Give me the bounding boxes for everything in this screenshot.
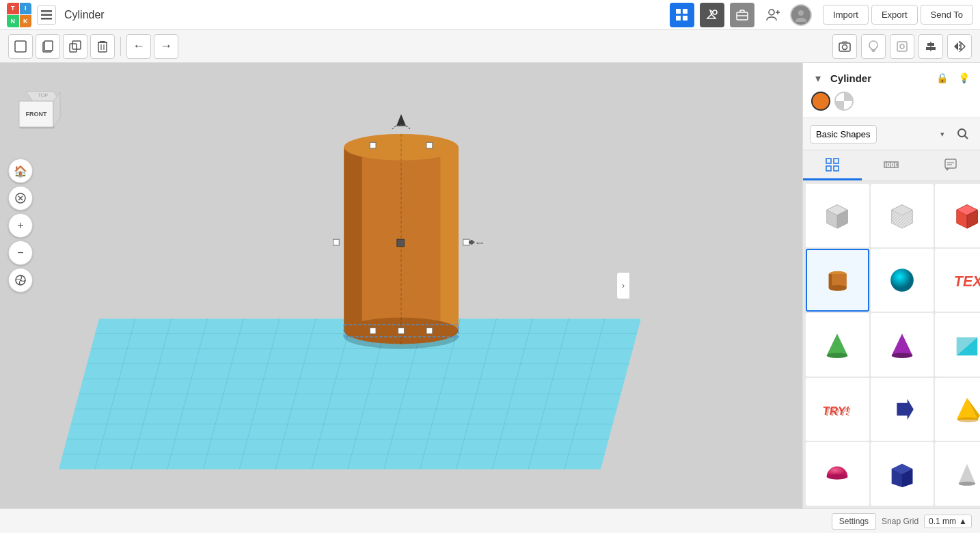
svg-text:TRY!: TRY! [824, 406, 851, 419]
svg-rect-16 [44, 41, 53, 51]
export-button[interactable]: Export [871, 5, 918, 25]
svg-rect-2 [41, 18, 52, 20]
tab-measure[interactable] [862, 150, 921, 180]
nav-actions: Import Export Send To [823, 5, 973, 25]
shape-header: ▾ Cylinder 🔒 💡 [811, 70, 972, 86]
main-area: TOP FRONT 🏠 + − [0, 63, 980, 508]
duplicate-button[interactable] [63, 34, 87, 59]
add-person-button[interactable] [760, 3, 785, 27]
copy-button[interactable] [36, 34, 60, 59]
snap-grid-value[interactable]: 0.1 mm ▲ [924, 515, 972, 528]
import-button[interactable]: Import [823, 5, 869, 25]
library-tabs [803, 150, 980, 181]
shape-box-hole[interactable] [871, 184, 934, 247]
right-panel: ▾ Cylinder 🔒 💡 Basic Shapes [802, 63, 980, 508]
svg-point-138 [958, 481, 975, 485]
undo-button[interactable]: ← [126, 34, 151, 59]
shape-dropdown-button[interactable]: ▾ [811, 71, 825, 85]
library-category-select[interactable]: Basic Shapes [810, 125, 877, 144]
svg-marker-33 [954, 42, 958, 51]
svg-rect-90 [826, 159, 831, 163]
shape-cone-green[interactable] [806, 313, 869, 377]
search-shapes-button[interactable] [953, 124, 973, 144]
redo-button[interactable]: → [154, 34, 178, 59]
shape-arrow[interactable] [871, 378, 934, 441]
user-avatar[interactable] [790, 4, 812, 26]
logo-i: I [20, 3, 32, 15]
home-view-button[interactable]: 🏠 [8, 159, 33, 183]
shape-wedge[interactable] [935, 313, 980, 377]
logo-n: N [7, 15, 19, 27]
svg-rect-5 [676, 16, 681, 20]
svg-text:⟺: ⟺ [476, 241, 483, 245]
tinkercad-logo[interactable]: T I N K [7, 3, 31, 27]
svg-rect-0 [41, 10, 52, 12]
shape-grid: TEXT [803, 181, 980, 508]
shape-visibility-button[interactable]: 💡 [955, 70, 972, 86]
list-view-icon[interactable] [37, 5, 56, 25]
shape-cylinder[interactable] [806, 249, 869, 312]
svg-point-119 [890, 269, 914, 292]
svg-marker-102 [945, 168, 949, 171]
svg-rect-19 [98, 42, 107, 52]
canvas-area[interactable]: TOP FRONT 🏠 + − [0, 63, 802, 508]
light-bulb-button[interactable] [861, 34, 886, 59]
shape-text-3d[interactable]: TRY! TRY! [806, 378, 869, 441]
right-tools [832, 34, 972, 59]
shape-half-sphere[interactable] [806, 442, 869, 506]
mirror-button[interactable] [947, 34, 972, 59]
shape-sphere[interactable] [871, 249, 934, 312]
briefcase-button[interactable] [730, 3, 754, 27]
separator-1 [120, 37, 121, 56]
logo-k: K [20, 15, 32, 27]
shape-box-blue[interactable] [871, 442, 934, 506]
svg-text:TEXT: TEXT [953, 273, 980, 290]
shape-cone-gray[interactable] [935, 442, 980, 506]
delete-button[interactable] [90, 34, 115, 59]
left-controls: 🏠 + − [8, 159, 33, 292]
logo-t: T [7, 3, 19, 15]
svg-point-28 [900, 44, 904, 49]
svg-point-133 [827, 474, 848, 480]
tab-notes[interactable] [921, 150, 980, 180]
zoom-in-button[interactable]: + [8, 213, 33, 238]
zoom-out-button[interactable]: − [8, 241, 33, 265]
svg-rect-91 [834, 159, 839, 163]
svg-rect-6 [683, 16, 688, 20]
svg-point-7 [713, 10, 717, 14]
viewport-svg[interactable]: ⟺ [0, 63, 802, 508]
shape-lock-button[interactable]: 🔒 [934, 70, 950, 86]
hole-color-swatch[interactable] [834, 92, 854, 111]
svg-rect-117 [828, 274, 831, 288]
notes-button[interactable] [890, 34, 914, 59]
camera-button[interactable] [832, 34, 857, 59]
panel-collapse-button[interactable]: › [616, 272, 630, 299]
orientation-button[interactable] [8, 268, 33, 292]
solid-color-swatch[interactable] [811, 92, 830, 111]
svg-marker-34 [961, 42, 965, 51]
svg-rect-92 [826, 166, 831, 171]
fit-view-button[interactable] [8, 186, 33, 210]
shape-text[interactable]: TEXT [935, 249, 980, 312]
tab-grid[interactable] [803, 150, 862, 180]
svg-marker-137 [958, 463, 975, 483]
svg-point-88 [958, 129, 966, 137]
top-nav: T I N K Cylinder [0, 0, 980, 30]
svg-rect-78 [333, 239, 339, 245]
outline-toggle-button[interactable] [8, 34, 33, 59]
shape-box[interactable] [806, 184, 869, 247]
svg-rect-3 [676, 9, 681, 14]
page-title: Cylinder [64, 9, 105, 21]
settings-button[interactable]: Settings [832, 513, 876, 530]
send-to-button[interactable]: Send To [921, 5, 973, 25]
svg-rect-27 [897, 42, 907, 51]
tools-button[interactable] [700, 3, 724, 27]
grid-view-button[interactable] [670, 3, 694, 27]
svg-point-124 [892, 353, 913, 358]
shape-cone-purple[interactable] [871, 313, 934, 377]
shape-cube-red[interactable] [935, 184, 980, 247]
library-header: Basic Shapes [803, 118, 980, 150]
align-button[interactable] [918, 34, 943, 59]
bottom-bar: Settings Snap Grid 0.1 mm ▲ [0, 508, 980, 533]
shape-pyramid[interactable] [935, 378, 980, 441]
